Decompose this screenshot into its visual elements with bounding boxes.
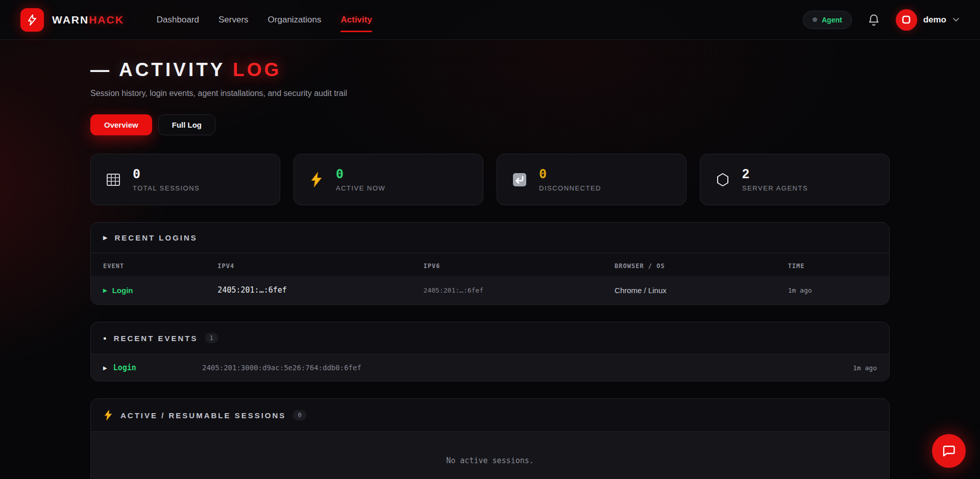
page-title-accent: LOG	[233, 59, 281, 80]
view-tabs: Overview Full Log	[90, 114, 890, 135]
nav-item-servers[interactable]: Servers	[218, 0, 249, 39]
status-dot-icon	[813, 17, 817, 22]
active-sessions-header[interactable]: ACTIVE / RESUMABLE SESSIONS 0	[91, 399, 889, 432]
agent-badge-label: Agent	[822, 16, 842, 24]
stat-value: 0	[336, 167, 385, 181]
recent-events-header[interactable]: ● RECENT EVENTS 1	[91, 322, 889, 354]
nav-item-organizations[interactable]: Organizations	[268, 0, 322, 39]
browser-os-value: Chrome / Linux	[615, 286, 788, 295]
bolt-icon	[103, 410, 113, 421]
recent-events-section: ● RECENT EVENTS 1 ▶ Login 2405:201:3000:…	[90, 322, 890, 381]
bolt-icon	[307, 172, 326, 187]
page-title-prefix: — ACTIVITY	[90, 59, 225, 80]
play-icon: ▶	[103, 234, 107, 241]
stat-label: SERVER AGENTS	[742, 184, 808, 192]
active-sessions-section: ACTIVE / RESUMABLE SESSIONS 0 No active …	[90, 398, 890, 479]
stat-card-disconnected: 0 DISCONNECTED	[497, 154, 687, 205]
grid-icon	[104, 172, 122, 187]
top-navbar: WARNHACK Dashboard Servers Organizations…	[0, 0, 980, 40]
brand-primary: WARN	[52, 14, 89, 26]
bell-icon[interactable]	[867, 13, 880, 27]
stat-value: 2	[742, 167, 808, 181]
stop-square-icon	[902, 15, 911, 24]
tab-overview[interactable]: Overview	[90, 114, 152, 135]
event-cell: ▶ Login	[103, 363, 202, 372]
nav-item-activity[interactable]: Activity	[340, 0, 372, 39]
stat-label: TOTAL SESSIONS	[133, 184, 200, 192]
chat-button[interactable]	[932, 434, 966, 468]
page-title: — ACTIVITY LOG	[90, 59, 890, 81]
stat-cards-row: 0 TOTAL SESSIONS 0 ACTIVE NOW	[90, 154, 890, 205]
event-label: Login	[113, 363, 136, 372]
lightning-logo-icon	[26, 14, 38, 26]
user-menu[interactable]: demo	[896, 9, 960, 31]
empty-message: No active sessions.	[446, 456, 534, 465]
active-sessions-title: ACTIVE / RESUMABLE SESSIONS	[120, 411, 286, 420]
login-table-row[interactable]: ▶ Login 2405:201:…:6fef 2405:201:…:6fef …	[91, 276, 889, 304]
col-time: TIME	[788, 262, 877, 270]
ipv4-value: 2405:201:…:6fef	[217, 285, 423, 295]
brand-name[interactable]: WARNHACK	[52, 14, 124, 26]
main-nav: Dashboard Servers Organizations Activity	[157, 0, 372, 39]
agent-status-badge[interactable]: Agent	[803, 11, 852, 29]
stat-card-active-now: 0 ACTIVE NOW	[293, 154, 483, 205]
username-label: demo	[923, 15, 946, 25]
event-cell: ▶ Login	[103, 286, 217, 295]
event-ip-value: 2405:201:3000:d9ac:5e26:764:ddb0:6fef	[202, 364, 853, 372]
col-event: EVENT	[103, 262, 217, 270]
return-icon	[510, 172, 529, 187]
col-browser-os: BROWSER / OS	[615, 262, 788, 270]
play-icon: ▶	[103, 365, 107, 371]
hexagon-icon	[714, 173, 732, 187]
chevron-down-icon	[952, 17, 960, 22]
sessions-count-badge: 0	[293, 410, 306, 420]
recent-logins-title: RECENT LOGINS	[114, 233, 197, 242]
main-content: — ACTIVITY LOG Session history, login ev…	[90, 40, 890, 479]
stat-label: ACTIVE NOW	[336, 184, 385, 192]
app-logo[interactable]	[20, 8, 44, 32]
recent-logins-section: ▶ RECENT LOGINS EVENT IPV4 IPV6 BROWSER …	[90, 222, 890, 305]
logins-table-header: EVENT IPV4 IPV6 BROWSER / OS TIME	[91, 253, 889, 276]
event-time-value: 1m ago	[853, 364, 877, 372]
page-subtitle: Session history, login events, agent ins…	[90, 89, 890, 98]
time-value: 1m ago	[788, 286, 877, 294]
stat-label: DISCONNECTED	[539, 184, 601, 192]
stat-card-total-sessions: 0 TOTAL SESSIONS	[90, 154, 280, 205]
stat-card-server-agents: 2 SERVER AGENTS	[700, 154, 890, 205]
avatar	[896, 9, 917, 31]
ipv6-value: 2405:201:…:6fef	[424, 286, 615, 294]
event-label: Login	[112, 286, 133, 295]
event-row[interactable]: ▶ Login 2405:201:3000:d9ac:5e26:764:ddb0…	[91, 354, 889, 381]
stat-value: 0	[133, 167, 200, 181]
chat-icon	[941, 443, 957, 459]
play-icon: ▶	[103, 288, 107, 293]
nav-item-dashboard[interactable]: Dashboard	[157, 0, 199, 39]
stat-value: 0	[539, 167, 601, 181]
recent-events-title: RECENT EVENTS	[114, 334, 198, 343]
brand-accent: HACK	[89, 14, 124, 26]
topbar-right: Agent demo	[803, 9, 960, 31]
recent-logins-header[interactable]: ▶ RECENT LOGINS	[91, 223, 889, 253]
bullet-icon: ●	[103, 335, 107, 341]
sessions-empty-state: No active sessions.	[91, 432, 889, 479]
col-ipv4: IPV4	[217, 262, 423, 270]
tab-full-log[interactable]: Full Log	[158, 114, 215, 135]
events-count-badge: 1	[205, 333, 218, 343]
col-ipv6: IPV6	[424, 262, 615, 270]
